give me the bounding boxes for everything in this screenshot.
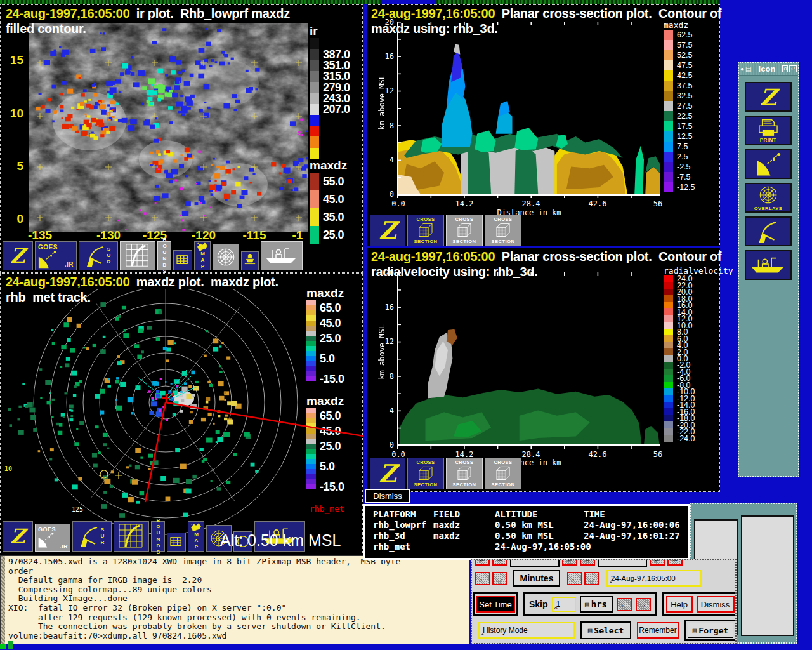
- window-cross-section-maxdz: 24-aug-1997,16:05:00 Planar cross-sectio…: [367, 4, 720, 246]
- hours-unit-button[interactable]: ▤ hrs: [580, 596, 613, 613]
- cross-section-button-1[interactable]: CROSS SECTION: [407, 215, 444, 246]
- goes-ir-button[interactable]: GOES .IR: [35, 524, 70, 552]
- colorbar-value: 25.0: [323, 229, 344, 242]
- terminal-line: The connection was probably broken by a …: [8, 622, 468, 632]
- bounds-button[interactable]: BOUNDS: [151, 521, 165, 552]
- bounds-button[interactable]: BOUNDS: [157, 241, 171, 270]
- colorbar-swatch: [306, 423, 316, 428]
- colorbar-swatch: [664, 172, 673, 182]
- skip-back-button[interactable]: ←: [617, 598, 632, 611]
- buoy-button[interactable]: [241, 251, 259, 270]
- cross-section-button-2[interactable]: CROSS SECTION: [446, 215, 483, 246]
- colorbar-swatch: [664, 421, 673, 428]
- window-list-icon[interactable]: ▤: [745, 65, 751, 72]
- set-time-button[interactable]: Set Time: [476, 596, 515, 613]
- skip-forward-button[interactable]: →: [636, 598, 651, 611]
- terminal-line: after 129 requests (129 known processed)…: [8, 613, 468, 623]
- icon-window-titlebar[interactable]: ● ▤ icon o ↵: [739, 63, 798, 76]
- colorbar-swatch: [664, 435, 673, 441]
- colorbar-swatch: [306, 356, 316, 361]
- ir-plot-timestamp: 24-aug-1997,16:05:00: [6, 6, 129, 20]
- print-button[interactable]: PRINT: [745, 116, 792, 145]
- antenna-button[interactable]: [745, 216, 792, 246]
- step-forward-button[interactable]: →: [580, 559, 595, 566]
- radar-colorbar1: 65.045.025.05.0-15.0: [306, 300, 357, 381]
- colorbar-swatch: [664, 335, 673, 342]
- forget-button[interactable]: ▤ Forget: [688, 623, 733, 638]
- colorbar-value: 25.0: [320, 332, 341, 345]
- maxdz-colorbar-label: maxdz: [310, 159, 360, 173]
- cross-section-button-1[interactable]: CROSS SECTION: [407, 458, 444, 489]
- zebra-menu-button[interactable]: Z: [3, 521, 33, 552]
- history-row: History Mode ^ ▤ Select Remember ▤ Forge…: [478, 620, 737, 640]
- dismiss-button[interactable]: Dismiss: [697, 596, 735, 613]
- cross-section-button-3[interactable]: CROSS SECTION: [485, 458, 521, 489]
- colorbar-swatch: [306, 321, 316, 326]
- minutes-forward-button2[interactable]: →: [584, 572, 599, 585]
- ship-icon: [750, 255, 787, 276]
- terminal-scrollbar[interactable]: [1, 556, 5, 644]
- colorbar-swatch: [306, 454, 316, 459]
- history-mode-field[interactable]: History Mode ^: [478, 622, 575, 639]
- small-grid-button[interactable]: [167, 533, 186, 552]
- desktop-top-strip: [0, 0, 719, 4]
- step-back-button[interactable]: ←: [650, 559, 665, 566]
- select-button[interactable]: ▤ Select: [580, 621, 631, 639]
- zebra-menu-button[interactable]: Z: [370, 458, 405, 489]
- colorbar-swatch: [306, 428, 316, 434]
- step-forward-button[interactable]: →: [492, 559, 508, 566]
- colorbar-value: 5.0: [320, 352, 335, 366]
- colorbar-value: 27.5: [677, 102, 692, 110]
- table-body: rhb_lowprfmaxdz0.50 km MSL24-Aug-97,16:0…: [373, 520, 688, 552]
- satellite-button[interactable]: [745, 149, 792, 179]
- grid-plot-button[interactable]: [114, 521, 149, 552]
- goes-ir-button[interactable]: GOES .IR: [35, 241, 77, 270]
- ship-button[interactable]: [261, 241, 303, 270]
- minutes-button[interactable]: Minutes: [513, 570, 560, 587]
- cross-section-button-2[interactable]: CROSS SECTION: [446, 458, 483, 489]
- minutes-back-button2[interactable]: ←: [567, 572, 582, 585]
- surveillance-button[interactable]: SUR: [79, 241, 118, 270]
- zebra-menu-button[interactable]: Z: [370, 215, 405, 246]
- terminal-text[interactable]: 970824.1505.xwd is a 812x650 XWD image…: [8, 557, 468, 640]
- zebra-button[interactable]: Z: [745, 82, 792, 112]
- ship-launch-button[interactable]: [745, 250, 792, 280]
- xsec2-x-tick: 42.6: [589, 450, 607, 459]
- unit-button[interactable]: [598, 559, 647, 567]
- radar-small-x-label: -125: [68, 506, 83, 513]
- colorbar-value: -24.0: [677, 434, 695, 443]
- minutes-forward-button[interactable]: →: [492, 572, 508, 585]
- divider: [304, 517, 362, 517]
- altitude-label: Alt: 0.50 km MSL: [220, 531, 341, 550]
- step-forward-button[interactable]: →: [667, 559, 683, 566]
- overlays-button[interactable]: OVERLAYS: [745, 183, 792, 213]
- map-button[interactable]: MAP: [188, 521, 204, 552]
- zebra-menu-button[interactable]: Z: [3, 241, 33, 270]
- skip-value-field[interactable]: 1 ^: [552, 597, 576, 612]
- xsec1-y-tick: 16: [376, 52, 394, 61]
- step-back-button[interactable]: ←: [562, 559, 577, 566]
- skip-label: Skip: [529, 599, 548, 609]
- map-button[interactable]: MAP: [194, 241, 211, 270]
- minutes-back-button[interactable]: ←: [475, 572, 490, 585]
- xsec2-ylabel: km above MSL: [377, 324, 386, 380]
- help-button[interactable]: Help: [666, 596, 693, 613]
- xsec1-toolbar: Z CROSS SECTION CROSS SECTION CROSS SECT…: [370, 215, 521, 246]
- colorbar-swatch: [664, 295, 673, 302]
- step-back-button[interactable]: ←: [475, 559, 490, 566]
- grid-plot-button[interactable]: [120, 241, 155, 270]
- window-menu-icon[interactable]: ●: [740, 65, 744, 72]
- surveillance-button[interactable]: SUR: [72, 521, 112, 552]
- unit-button[interactable]: [510, 559, 560, 567]
- close-icon[interactable]: ↵: [789, 65, 797, 72]
- radar-small-y-label: 10: [4, 465, 12, 472]
- small-grid-button[interactable]: [173, 250, 192, 270]
- iconify-icon[interactable]: o: [782, 65, 788, 72]
- remember-button[interactable]: Remember: [637, 622, 679, 639]
- table-dismiss-button[interactable]: Dismiss: [365, 489, 410, 503]
- xsec1-x-tick: 42.6: [589, 199, 607, 208]
- colorbar-swatch: [664, 382, 673, 388]
- cross-section-button-3[interactable]: CROSS SECTION: [485, 215, 521, 246]
- overlay-rings-button[interactable]: [213, 244, 239, 270]
- datetime-field[interactable]: 24-Aug-97,16:05:00 ^: [606, 570, 702, 587]
